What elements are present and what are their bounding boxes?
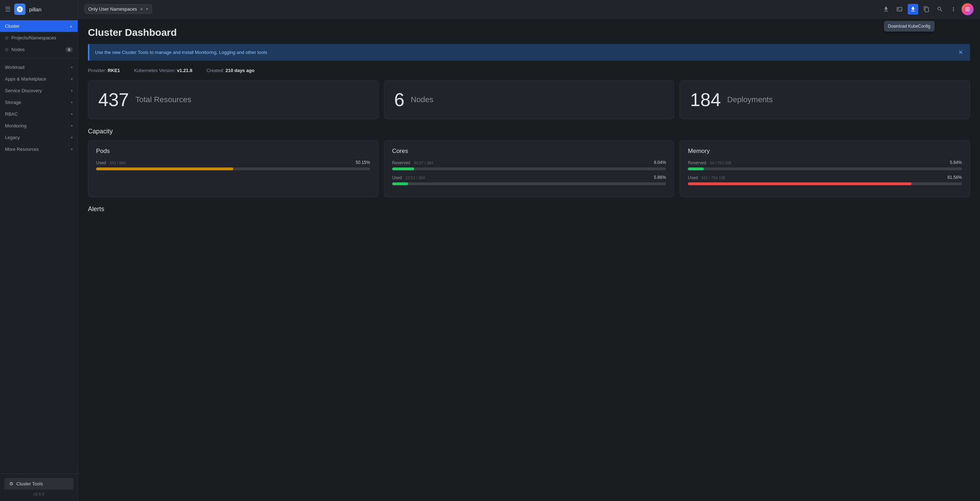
page-content: Cluster Dashboard Use the new Cluster To… <box>78 18 980 501</box>
cluster-meta: Provider: RKE1 Kubernetes Version: v1.21… <box>88 68 970 73</box>
projects-icon: ⊙ <box>5 35 8 40</box>
storage-chevron-icon: ▾ <box>71 101 73 104</box>
legacy-chevron-icon: ▾ <box>71 136 73 139</box>
stat-label: Deployments <box>727 95 773 104</box>
sidebar-header: ☰ pillan <box>0 0 78 19</box>
hamburger-icon[interactable]: ☰ <box>5 5 11 13</box>
capacity-card-title: Pods <box>96 148 370 155</box>
capacity-row: Reserved 44 / 753 GiB 5.84% <box>688 160 962 165</box>
nav-section: Workload ▾ Apps & Marketplace ▾ Service … <box>0 60 78 156</box>
nodes-badge: 6 <box>65 47 73 52</box>
cluster-tools-button[interactable]: ⚙ Cluster Tools <box>4 478 73 490</box>
sidebar-item-legacy[interactable]: Legacy ▾ <box>0 132 78 144</box>
cluster-chevron-icon: ▲ <box>69 24 73 28</box>
progress-bar <box>96 168 370 170</box>
more-options-button[interactable] <box>948 4 959 14</box>
cluster-section: Cluster ▲ ⊙ Projects/Namespaces ⊙ Nodes … <box>0 19 78 57</box>
brand-logo <box>14 3 25 15</box>
namespace-filter[interactable]: Only User Namespaces ✕ ▾ <box>84 4 152 14</box>
sidebar-item-nodes[interactable]: ⊙ Nodes 6 <box>0 44 78 55</box>
monitoring-chevron-icon: ▾ <box>71 124 73 128</box>
capacity-row: Reserved 30.87 / 384 8.04% <box>392 160 666 165</box>
stat-label: Total Resources <box>135 95 191 104</box>
page-title: Cluster Dashboard <box>88 27 970 38</box>
alerts-title: Alerts <box>88 206 970 213</box>
copy-button[interactable] <box>921 4 932 14</box>
capacity-row: Used 22.52 / 384 5.86% <box>392 175 666 180</box>
stat-number: 6 <box>394 91 404 109</box>
banner-text: Use the new Cluster Tools to manage and … <box>95 49 267 55</box>
stat-number: 437 <box>98 91 129 109</box>
sidebar-item-projects-namespaces[interactable]: ⊙ Projects/Namespaces <box>0 32 78 44</box>
upload-button[interactable] <box>881 4 891 14</box>
stat-card: 6 Nodes <box>384 80 675 119</box>
progress-bar <box>392 182 666 185</box>
stat-label: Nodes <box>411 95 434 104</box>
sidebar-item-monitoring[interactable]: Monitoring ▾ <box>0 120 78 132</box>
k8s-version-info: Kubernetes Version: v1.21.8 <box>134 68 192 73</box>
sidebar-item-cluster[interactable]: Cluster ▲ <box>0 20 78 32</box>
namespace-filter-label: Only User Namespaces <box>88 6 137 12</box>
progress-bar <box>392 168 666 170</box>
capacity-card-title: Memory <box>688 148 962 155</box>
stats-grid: 437 Total Resources 6 Nodes 184 Deployme… <box>88 80 970 119</box>
stat-number: 184 <box>690 91 721 109</box>
k8s-version-value: v1.21.8 <box>177 68 192 73</box>
main-area: Only User Namespaces ✕ ▾ <box>78 0 980 501</box>
kubeconfig-button[interactable] <box>908 4 918 14</box>
topbar: Only User Namespaces ✕ ▾ <box>78 0 980 18</box>
nodes-icon: ⊙ <box>5 47 8 52</box>
stat-card: 184 Deployments <box>680 80 970 119</box>
sidebar-item-rbac[interactable]: RBAC ▾ <box>0 108 78 120</box>
capacity-row: Used 615 / 754 GiB 81.56% <box>688 175 962 180</box>
search-button[interactable] <box>935 4 945 14</box>
created-value: 210 days ago <box>226 68 255 73</box>
banner-close-button[interactable]: ✕ <box>957 49 964 56</box>
kubeconfig-tooltip: Download KubeConfig <box>884 21 935 32</box>
alerts-section: Alerts <box>88 206 970 213</box>
info-banner: Use the new Cluster Tools to manage and … <box>88 44 970 61</box>
topbar-left: Only User Namespaces ✕ ▾ <box>84 4 152 14</box>
sidebar-footer: ⚙ Cluster Tools v2.6.3 <box>0 473 78 501</box>
brand-name: pillan <box>29 6 41 13</box>
more-chevron-icon: ▾ <box>71 147 73 151</box>
version-label: v2.6.3 <box>4 490 73 497</box>
topbar-right: Download KubeConfig <box>881 3 974 15</box>
capacity-title: Capacity <box>88 128 970 135</box>
capacity-row: Used 331 / 660 50.15% <box>96 160 370 165</box>
capacity-section: Capacity Pods Used 331 / 660 50.15% Core… <box>88 128 970 197</box>
terminal-button[interactable] <box>894 4 905 14</box>
service-chevron-icon: ▾ <box>71 89 73 93</box>
provider-value: RKE1 <box>108 68 120 73</box>
gear-icon: ⚙ <box>9 481 13 487</box>
sidebar-item-service-discovery[interactable]: Service Discovery ▾ <box>0 85 78 97</box>
namespace-filter-close-icon[interactable]: ✕ <box>140 7 143 12</box>
namespace-filter-chevron-icon[interactable]: ▾ <box>146 7 148 11</box>
capacity-card: Cores Reserved 30.87 / 384 8.04% Used 22… <box>384 140 675 197</box>
sidebar-item-storage[interactable]: Storage ▾ <box>0 97 78 108</box>
sidebar-item-more-resources[interactable]: More Resources ▾ <box>0 144 78 155</box>
capacity-card: Pods Used 331 / 660 50.15% <box>88 140 378 197</box>
provider-info: Provider: RKE1 <box>88 68 120 73</box>
capacity-card-title: Cores <box>392 148 666 155</box>
capacity-grid: Pods Used 331 / 660 50.15% Cores Reserve… <box>88 140 970 197</box>
sidebar-item-apps-marketplace[interactable]: Apps & Marketplace ▾ <box>0 73 78 85</box>
created-info: Created: 210 days ago <box>206 68 254 73</box>
sidebar: ☰ pillan Cluster ▲ ⊙ Projects/Namespaces… <box>0 0 78 501</box>
sidebar-item-workload[interactable]: Workload ▾ <box>0 61 78 73</box>
progress-bar <box>688 168 962 170</box>
progress-bar <box>688 182 962 185</box>
capacity-card: Memory Reserved 44 / 753 GiB 5.84% Used … <box>680 140 970 197</box>
rbac-chevron-icon: ▾ <box>71 112 73 116</box>
apps-chevron-icon: ▾ <box>71 77 73 81</box>
user-avatar-button[interactable] <box>962 3 974 15</box>
stat-card: 437 Total Resources <box>88 80 378 119</box>
workload-chevron-icon: ▾ <box>71 65 73 69</box>
